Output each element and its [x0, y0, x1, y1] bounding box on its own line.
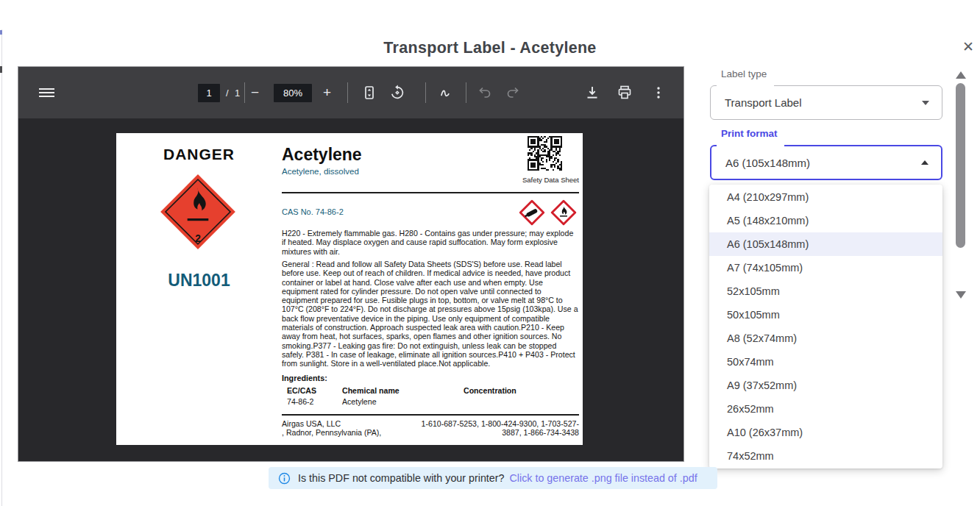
svg-text:2: 2	[195, 233, 201, 244]
print-format-value: A6 (105x148mm)	[725, 157, 810, 169]
print-format-label: Print format	[720, 128, 779, 139]
column-header: Chemical name	[342, 386, 400, 395]
chevron-down-icon	[922, 101, 929, 105]
flammable-gas-placard-icon: 2	[159, 173, 237, 251]
print-format-option[interactable]: A4 (210x297mm)	[709, 185, 942, 209]
rotate-icon[interactable]	[388, 67, 406, 118]
label-type-label: Label type	[720, 68, 768, 79]
page-total: 1	[235, 67, 240, 118]
column-header: EC/CAS	[287, 386, 316, 395]
scrollbar-up-arrow[interactable]	[956, 71, 966, 79]
undo-icon	[476, 67, 494, 118]
print-format-option[interactable]: 50x105mm	[709, 303, 942, 327]
download-icon[interactable]	[583, 67, 601, 118]
print-format-option[interactable]: A6 (105x148mm)	[709, 232, 942, 256]
menu-icon[interactable]	[39, 67, 54, 118]
ingredients-title: Ingredients:	[282, 374, 327, 382]
print-format-option[interactable]: A8 (52x74mm)	[709, 327, 942, 350]
cas-number: CAS No. 74-86-2	[282, 207, 344, 216]
print-format-menu: A4 (210x297mm)A5 (148x210mm)A6 (105x148m…	[709, 185, 942, 468]
signal-word: DANGER	[116, 146, 282, 163]
background-page-edge	[1, 29, 2, 506]
close-icon[interactable]: ✕	[959, 37, 978, 56]
redo-icon	[504, 67, 522, 118]
generate-png-link[interactable]: Click to generate .png file instead of .…	[510, 472, 697, 484]
zoom-in-button[interactable]: +	[323, 67, 331, 118]
label-type-select[interactable]: Transport Label	[710, 85, 942, 120]
print-format-option[interactable]: A10 (26x37mm)	[709, 421, 942, 444]
pdf-toolbar: 1 / 1 − 80% +	[18, 67, 683, 118]
scrollbar-down-arrow[interactable]	[956, 291, 966, 299]
column-header: Concentration	[464, 386, 516, 395]
table-cell: 74-86-2	[287, 397, 314, 406]
background-artifact	[0, 66, 2, 73]
print-format-option[interactable]: 52x105mm	[709, 279, 942, 303]
fit-to-page-icon[interactable]	[361, 67, 378, 118]
page-title: Transport Label - Acetylene	[0, 39, 980, 57]
print-format-option[interactable]: A7 (74x105mm)	[709, 256, 942, 279]
qr-caption: Safety Data Sheet	[454, 176, 579, 184]
annotate-icon[interactable]	[436, 67, 454, 118]
info-icon	[278, 472, 291, 485]
toolbar-divider	[244, 82, 245, 103]
print-format-select[interactable]: A6 (105x148mm)	[710, 145, 942, 180]
toolbar-divider	[425, 82, 426, 103]
background-artifact	[0, 30, 2, 35]
label-type-value: Transport Label	[725, 96, 802, 109]
print-icon[interactable]	[616, 67, 633, 118]
un-number: UN1001	[116, 271, 282, 291]
qr-code	[528, 136, 562, 171]
scrollbar-thumb[interactable]	[956, 83, 965, 248]
printer-compatibility-banner: Is this PDF not compatible with your pri…	[269, 467, 717, 489]
pdf-viewer: 1 / 1 − 80% +	[18, 66, 684, 462]
supplier-phones: 1-610-687-5253, 1-800-424-9300, 1-703-52…	[419, 419, 579, 438]
transport-label-dialog: Transport Label - Acetylene ✕ 1 / 1 − 80…	[0, 0, 980, 506]
ghs-pictograms	[519, 199, 577, 226]
print-format-option[interactable]: 74x52mm	[709, 444, 942, 468]
chevron-up-icon	[921, 160, 928, 165]
toolbar-divider	[466, 82, 466, 103]
gas-cylinder-pictogram-icon	[519, 199, 545, 226]
print-format-option[interactable]: A9 (37x52mm)	[709, 374, 942, 397]
page-divider: /	[226, 67, 229, 118]
supplier-address: Airgas USA, LLC , Radnor, Pennsylvania (…	[282, 419, 381, 438]
print-format-option[interactable]: 26x52mm	[709, 397, 942, 421]
toolbar-divider	[347, 82, 348, 103]
print-format-option[interactable]: 50x74mm	[709, 350, 942, 374]
print-format-option[interactable]: A5 (148x210mm)	[709, 209, 942, 232]
product-name: Acetylene	[282, 145, 362, 165]
zoom-level-input[interactable]: 80%	[274, 67, 312, 118]
pdf-page: DANGER 2 UN1001 Acetylene Acetylene, dis…	[116, 133, 583, 445]
banner-question: Is this PDF not compatible with your pri…	[298, 472, 505, 484]
shipping-name: Acetylene, dissolved	[282, 167, 359, 176]
precautionary-statements: General : Read and follow all Safety Dat…	[282, 260, 579, 368]
divider	[282, 414, 579, 416]
page-number-input[interactable]: 1	[198, 67, 220, 118]
divider	[282, 192, 579, 193]
flame-pictogram-icon	[550, 199, 577, 226]
more-options-icon[interactable]	[650, 67, 667, 118]
table-cell: Acetylene	[342, 397, 377, 406]
hazard-statements: H220 - Extremely flammable gas. H280 - C…	[282, 229, 579, 256]
zoom-out-button[interactable]: −	[251, 67, 259, 118]
